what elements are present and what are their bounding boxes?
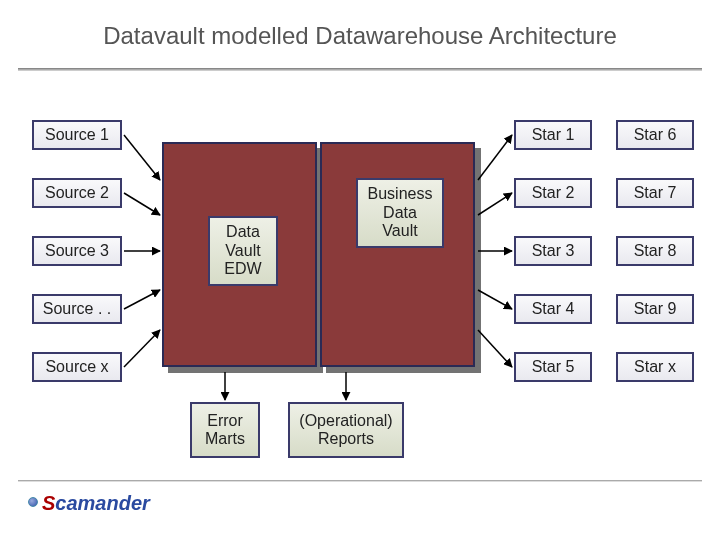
divider-bottom [18, 480, 702, 482]
operational-reports-box: (Operational)Reports [288, 402, 404, 458]
star-box: Star 9 [616, 294, 694, 324]
logo-accent: S [42, 492, 55, 514]
source-box: Source x [32, 352, 122, 382]
data-vault-edw-box: DataVaultEDW [208, 216, 278, 286]
svg-line-8 [478, 290, 512, 309]
svg-line-6 [478, 193, 512, 215]
source-box: Source . . [32, 294, 122, 324]
svg-line-3 [124, 290, 160, 309]
svg-line-1 [124, 193, 160, 215]
business-data-vault-box: BusinessDataVault [356, 178, 444, 248]
star-box: Star x [616, 352, 694, 382]
star-box: Star 8 [616, 236, 694, 266]
star-box: Star 1 [514, 120, 592, 150]
logo-icon [28, 497, 38, 507]
logo-text: Scamander [42, 492, 150, 515]
page-title: Datavault modelled Datawarehouse Archite… [0, 0, 720, 64]
svg-line-5 [478, 135, 512, 180]
error-marts-box: ErrorMarts [190, 402, 260, 458]
star-box: Star 2 [514, 178, 592, 208]
logo-rest: camander [55, 492, 150, 514]
source-box: Source 2 [32, 178, 122, 208]
star-box: Star 4 [514, 294, 592, 324]
divider-top [18, 68, 702, 71]
bdv-panel [320, 142, 475, 367]
star-box: Star 5 [514, 352, 592, 382]
star-box: Star 6 [616, 120, 694, 150]
star-box: Star 7 [616, 178, 694, 208]
logo: Scamander [28, 492, 150, 515]
svg-line-0 [124, 135, 160, 180]
svg-line-9 [478, 330, 512, 367]
source-box: Source 3 [32, 236, 122, 266]
star-box: Star 3 [514, 236, 592, 266]
source-box: Source 1 [32, 120, 122, 150]
svg-line-4 [124, 330, 160, 367]
